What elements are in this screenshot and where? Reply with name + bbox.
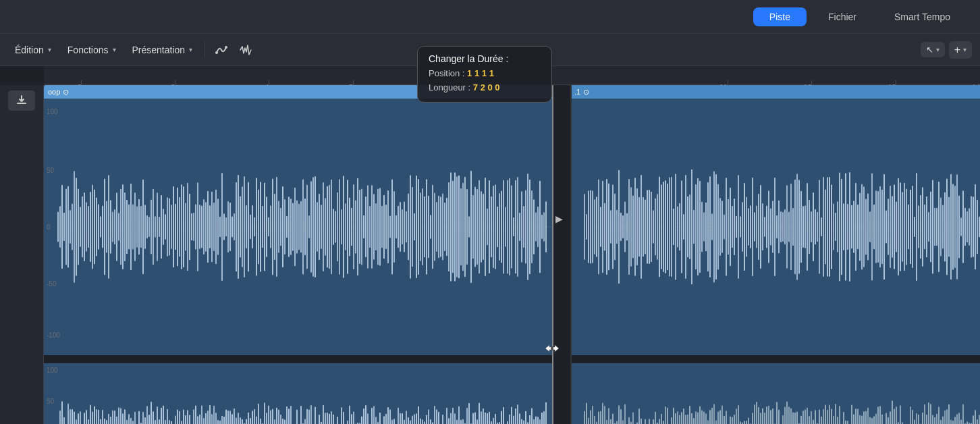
svg-rect-639 bbox=[418, 406, 419, 424]
split-line-left bbox=[552, 85, 553, 424]
cursor-icon: ↖ bbox=[926, 45, 933, 55]
svg-rect-487 bbox=[110, 417, 111, 424]
svg-rect-718 bbox=[612, 413, 614, 424]
svg-rect-865 bbox=[910, 406, 911, 424]
svg-rect-704 bbox=[584, 411, 585, 424]
svg-rect-491 bbox=[118, 407, 119, 424]
y-label-50-lower: 50 bbox=[47, 398, 54, 405]
svg-rect-811 bbox=[800, 416, 802, 424]
svg-rect-551 bbox=[240, 417, 241, 424]
svg-rect-770 bbox=[717, 411, 719, 424]
add-tool-select[interactable]: + ▾ bbox=[949, 41, 972, 59]
svg-rect-765 bbox=[707, 420, 709, 424]
svg-rect-812 bbox=[802, 410, 804, 424]
curve-icon bbox=[215, 43, 228, 57]
svg-rect-847 bbox=[873, 416, 875, 424]
waveform-lower-right bbox=[570, 363, 980, 424]
svg-rect-750 bbox=[677, 411, 678, 424]
svg-rect-530 bbox=[197, 416, 198, 424]
svg-rect-503 bbox=[142, 412, 144, 424]
svg-rect-821 bbox=[821, 417, 822, 424]
svg-rect-482 bbox=[100, 419, 101, 424]
svg-rect-726 bbox=[628, 417, 630, 424]
svg-rect-501 bbox=[138, 411, 140, 424]
svg-rect-634 bbox=[408, 417, 409, 424]
svg-rect-891 bbox=[962, 404, 964, 424]
waveform-area: oop ⊙ .1 ⊙ 100 50 0 -50 -100 100 50 0 -5… bbox=[44, 85, 980, 424]
menu-fonctions[interactable]: Fonctions ▾ bbox=[61, 41, 123, 59]
svg-rect-820 bbox=[819, 409, 820, 424]
svg-rect-523 bbox=[183, 410, 184, 424]
svg-rect-569 bbox=[276, 408, 277, 424]
svg-rect-754 bbox=[685, 415, 686, 424]
svg-rect-707 bbox=[590, 410, 591, 424]
svg-rect-753 bbox=[683, 408, 684, 424]
svg-rect-623 bbox=[385, 414, 387, 424]
svg-rect-827 bbox=[833, 416, 834, 424]
svg-rect-552 bbox=[242, 419, 243, 424]
svg-rect-549 bbox=[236, 418, 237, 424]
playhead-arrow: ▶ bbox=[555, 213, 563, 224]
svg-rect-882 bbox=[944, 410, 946, 424]
svg-rect-642 bbox=[424, 421, 425, 424]
svg-rect-641 bbox=[422, 419, 423, 424]
svg-rect-657 bbox=[454, 413, 456, 424]
svg-rect-468 bbox=[72, 409, 73, 424]
resize-cursor-icon[interactable] bbox=[542, 338, 562, 359]
svg-rect-622 bbox=[383, 416, 385, 424]
svg-rect-542 bbox=[221, 416, 223, 424]
svg-rect-533 bbox=[203, 418, 205, 424]
svg-rect-860 bbox=[900, 405, 901, 424]
svg-rect-656 bbox=[452, 408, 454, 424]
tab-fichier[interactable]: Fichier bbox=[812, 7, 873, 26]
svg-rect-833 bbox=[845, 421, 846, 424]
svg-rect-774 bbox=[726, 410, 727, 424]
svg-rect-776 bbox=[730, 417, 731, 424]
svg-rect-559 bbox=[256, 416, 257, 424]
download-button[interactable] bbox=[8, 90, 35, 111]
svg-rect-854 bbox=[888, 417, 889, 424]
waveform-tool-button[interactable] bbox=[235, 39, 256, 61]
svg-rect-687 bbox=[515, 408, 516, 424]
svg-rect-683 bbox=[507, 421, 508, 424]
svg-rect-477 bbox=[90, 405, 91, 424]
svg-rect-525 bbox=[187, 410, 188, 424]
svg-rect-585 bbox=[308, 410, 310, 424]
svg-rect-511 bbox=[159, 419, 160, 424]
svg-rect-526 bbox=[189, 415, 190, 424]
svg-rect-779 bbox=[736, 408, 737, 424]
svg-rect-795 bbox=[768, 406, 769, 424]
tooltip-position: Position : 1 1 1 1 bbox=[429, 67, 541, 81]
svg-rect-590 bbox=[319, 415, 320, 424]
svg-rect-483 bbox=[102, 410, 103, 424]
svg-rect-738 bbox=[653, 419, 654, 424]
cursor-tool-select[interactable]: ↖ ▾ bbox=[921, 42, 945, 57]
svg-rect-575 bbox=[288, 408, 290, 424]
svg-rect-532 bbox=[201, 405, 202, 424]
svg-rect-538 bbox=[213, 406, 215, 424]
ruler-mark-12: 12 bbox=[811, 80, 812, 84]
svg-rect-668 bbox=[477, 419, 478, 424]
menu-presentation[interactable]: Présentation ▾ bbox=[126, 41, 200, 59]
svg-rect-724 bbox=[624, 404, 626, 424]
svg-rect-744 bbox=[665, 406, 666, 424]
svg-rect-736 bbox=[649, 419, 650, 424]
svg-rect-705 bbox=[586, 403, 587, 424]
svg-rect-714 bbox=[604, 406, 605, 424]
svg-rect-764 bbox=[705, 413, 707, 424]
y-label-neg100-upper: -100 bbox=[47, 331, 60, 338]
svg-rect-570 bbox=[278, 409, 279, 424]
tab-piste[interactable]: Piste bbox=[753, 7, 807, 26]
svg-rect-616 bbox=[371, 408, 373, 424]
tab-smart-tempo[interactable]: Smart Tempo bbox=[878, 7, 967, 26]
svg-rect-508 bbox=[153, 411, 154, 424]
svg-rect-711 bbox=[598, 411, 599, 424]
svg-rect-495 bbox=[126, 420, 128, 424]
svg-rect-873 bbox=[926, 415, 927, 424]
region-label-top-left: oop bbox=[48, 88, 60, 96]
svg-rect-785 bbox=[748, 418, 749, 424]
svg-rect-762 bbox=[701, 410, 703, 424]
menu-edition[interactable]: Édition ▾ bbox=[8, 41, 58, 59]
curve-tool-button[interactable] bbox=[211, 39, 232, 61]
svg-rect-583 bbox=[304, 419, 306, 424]
